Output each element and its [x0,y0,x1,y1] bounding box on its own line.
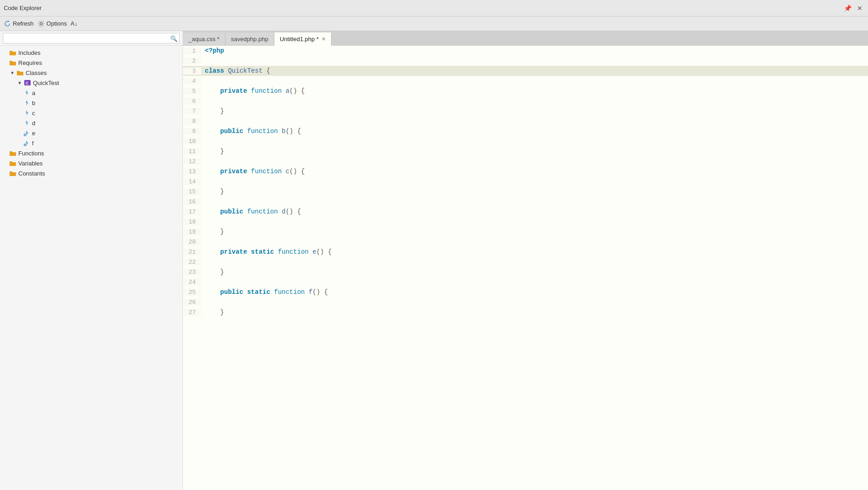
line-number: 24 [183,279,201,286]
code-line: 23 } [183,267,868,277]
code-line: 27 } [183,307,868,317]
sidebar-item-variables[interactable]: Variables [0,158,182,168]
gear-icon [38,20,45,27]
code-line: 25 public static function f() { [183,287,868,297]
code-line: 22 [183,257,868,267]
toolbar: Refresh Options A↓ [0,16,868,31]
line-content: private function a() { [201,87,305,95]
pin-button[interactable]: 📌 [842,4,853,13]
line-content [201,218,209,225]
line-content: } [201,268,224,276]
line-number: 20 [183,239,201,245]
line-content: private static function e() { [201,248,332,256]
sidebar-item-label: e [32,130,35,137]
sidebar-item-method-d[interactable]: d [0,118,182,128]
sidebar-item-method-a[interactable]: a [0,88,182,98]
folder-icon [9,149,16,157]
svg-marker-3 [26,90,28,96]
svg-marker-6 [26,120,28,126]
sort-button[interactable]: A↓ [70,20,77,27]
sidebar-item-method-e[interactable]: S e [0,128,182,138]
line-number: 13 [183,168,201,175]
method-private-icon [24,110,30,116]
line-number: 26 [183,299,201,306]
tab-close-button[interactable]: ✕ [321,36,326,42]
sidebar-item-label: Includes [18,49,40,56]
line-number: 4 [183,78,201,85]
line-content: private function c() { [201,168,305,175]
sidebar-item-method-b[interactable]: b [0,98,182,108]
method-public-icon [24,120,30,126]
sidebar-item-label: c [32,110,35,117]
method-private-static-icon: S [24,130,30,136]
sidebar-item-label: f [32,140,34,147]
line-content [201,57,209,64]
line-number: 15 [183,188,201,195]
code-line: 11 } [183,146,868,156]
line-content: public function d() { [201,208,301,215]
method-public-icon [24,100,30,106]
tab-label: _aqua.css * [188,36,220,43]
folder-icon [9,49,16,56]
code-editor[interactable]: 1 <?php 2 3 class QuickTest { 4 5 privat… [183,46,868,490]
folder-icon [9,170,16,177]
line-content [201,298,209,306]
method-public-static-icon: S [24,140,30,146]
line-number: 19 [183,229,201,235]
line-number: 14 [183,178,201,185]
code-line: 12 [183,156,868,166]
line-number: 21 [183,249,201,256]
line-content: } [201,309,224,316]
method-private-icon [24,90,30,96]
editor-area: _aqua.css * savedphp.php Untitled1.php *… [183,31,868,490]
sidebar-item-functions[interactable]: Functions [0,148,182,158]
tab-savedphp[interactable]: savedphp.php [225,32,274,45]
line-content [201,258,209,266]
code-line: 20 [183,237,868,247]
line-number: 9 [183,128,201,135]
line-content: public static function f() { [201,288,328,296]
line-content: } [201,148,224,155]
sidebar-item-quicktest[interactable]: ▼ C QuickTest [0,78,182,88]
code-line: 1 <?php [183,46,868,56]
code-line: 4 [183,76,868,86]
sidebar-item-label: Variables [18,160,43,167]
line-number: 27 [183,309,201,316]
sidebar-item-classes[interactable]: ▼ Classes [0,68,182,78]
code-line: 3 class QuickTest { [183,66,868,76]
line-content: } [201,188,224,195]
refresh-button[interactable]: Refresh [4,20,34,27]
line-content: <?php [201,47,224,54]
code-line: 16 [183,197,868,207]
svg-marker-4 [26,100,28,106]
code-line: 21 private static function e() { [183,247,868,257]
line-number: 2 [183,58,201,64]
sidebar-item-includes[interactable]: Includes [0,48,182,58]
tab-aqua[interactable]: _aqua.css * [183,32,225,45]
code-line: 26 [183,297,868,307]
sidebar-item-label: Classes [26,69,47,76]
sidebar-item-label: Requires [18,59,42,66]
search-wrapper: 🔍 [3,33,180,43]
sidebar-item-requires[interactable]: Requires [0,58,182,68]
code-line: 5 private function a() { [183,86,868,96]
class-icon: C [24,79,31,86]
search-input[interactable] [3,33,180,43]
sidebar-item-method-c[interactable]: c [0,108,182,118]
line-number: 16 [183,198,201,205]
code-line: 9 public function b() { [183,126,868,136]
title-bar-controls: 📌 ✕ [842,4,864,13]
options-button[interactable]: Options [38,20,67,27]
line-content: public function b() { [201,128,301,135]
svg-marker-5 [26,110,28,116]
sidebar-item-method-f[interactable]: S f [0,138,182,148]
tab-label: savedphp.php [231,36,268,43]
line-content [201,278,209,286]
sidebar: 🔍 Includes Requires ▼ [0,31,183,490]
sidebar-item-label: Constants [18,170,45,177]
sidebar-item-constants[interactable]: Constants [0,168,182,178]
tab-untitled1[interactable]: Untitled1.php * ✕ [274,32,332,46]
code-line: 6 [183,96,868,106]
sidebar-item-label: QuickTest [33,80,59,86]
close-button[interactable]: ✕ [855,4,864,13]
